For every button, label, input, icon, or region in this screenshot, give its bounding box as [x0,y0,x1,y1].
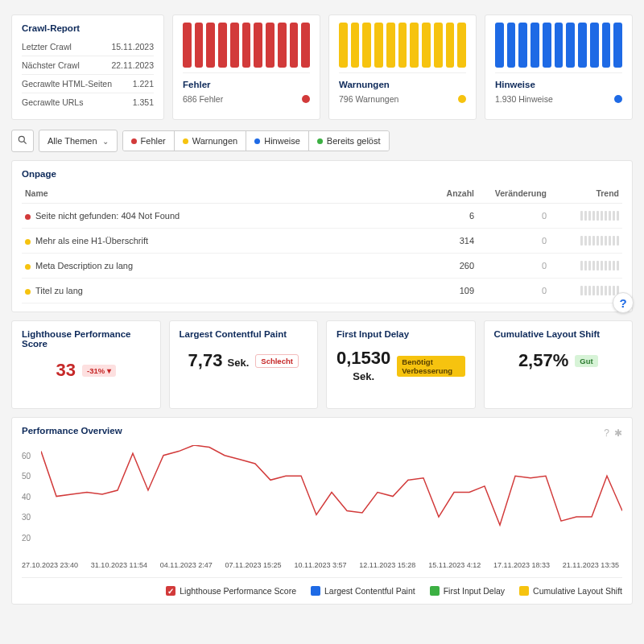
row-dot-icon [25,214,31,220]
col-trend[interactable]: Trend [550,184,622,204]
severity-tab-label: Warnungen [192,136,237,146]
y-tick-label: 40 [22,492,31,501]
chart-legend: ✓ Lighthouse Performance Score Largest C… [22,577,622,596]
crawl-row: Nächster Crawl 22.11.2023 [22,56,154,74]
sparkline-icon [580,234,619,246]
topic-dropdown-label: Alle Themen [47,136,97,146]
severity-tab-label: Fehler [141,136,166,146]
x-tick-label: 04.11.2023 2:47 [160,561,213,569]
status-card-warnings[interactable]: Warnungen 796 Warnungen [328,14,477,120]
severity-tabs: Fehler Warnungen Hinweise Bereits gelöst [122,130,390,151]
status-bar [518,23,527,68]
metric-value: 0,1530 [336,348,390,368]
status-bar [398,23,407,68]
row-name: Mehr als eine H1-Überschrift [35,236,148,246]
crawl-row-label: Gecrawlte HTML-Seiten [22,79,112,89]
crawl-row: Letzter Crawl 15.11.2023 [22,38,154,56]
legend-label: Largest Contentful Paint [324,586,415,596]
status-bar [195,23,204,68]
severity-tab[interactable]: Bereits gelöst [309,131,389,151]
legend-label: Cumulative Layout Shift [533,586,622,596]
status-bar [301,23,310,68]
legend-item[interactable]: First Input Delay [430,586,505,596]
status-card-hints[interactable]: Hinweise 1.930 Hinweise [485,14,633,120]
y-tick-label: 60 [22,451,31,460]
row-trend [550,254,622,279]
row-count: 260 [421,254,477,279]
status-bar [278,23,287,68]
crawl-row: Gecrawlte HTML-Seiten 1.221 [22,74,154,93]
x-tick-label: 17.11.2023 18:33 [493,561,550,569]
metric-value: 7,73 [188,350,223,370]
search-button[interactable] [11,130,34,152]
metric-title: First Input Delay [336,329,465,339]
status-bar [590,23,599,68]
x-tick-label: 31.10.2023 11:54 [91,561,147,569]
status-subtitle: 686 Fehler [183,94,223,104]
gear-icon[interactable]: ✱ [614,427,622,439]
metric-title: Lighthouse Performance Score [22,329,151,349]
x-tick-label: 27.10.2023 23:40 [22,561,78,569]
status-card-errors[interactable]: Fehler 686 Fehler [172,14,320,120]
severity-tab[interactable]: Hinweise [246,131,309,151]
row-count: 6 [421,204,477,229]
help-icon[interactable]: ? [604,427,609,439]
severity-tab[interactable]: Fehler [123,131,175,151]
crawl-row-label: Letzter Crawl [22,42,72,52]
metric-unit: Sek. [228,357,250,369]
status-bar [530,23,539,68]
status-bar [218,23,227,68]
x-axis-labels: 27.10.2023 23:4031.10.2023 11:5404.11.20… [22,561,622,569]
svg-point-0 [19,136,24,142]
status-bar [495,23,504,68]
metric-lighthouse[interactable]: Lighthouse Performance Score 33 -31% ▾ [11,320,161,409]
crawl-row-value: 15.11.2023 [111,42,154,52]
legend-item[interactable]: Largest Contentful Paint [311,586,415,596]
topic-dropdown[interactable]: Alle Themen ⌄ [39,130,118,152]
metric-badge: Schlecht [255,354,299,368]
row-name: Meta Description zu lang [35,261,133,270]
status-bar [206,23,215,68]
metric-badge: Benötigt Verbesserung [397,356,464,377]
status-bar [507,23,516,68]
table-row[interactable]: Seite nicht gefunden: 404 Not Found 6 0 [22,204,622,229]
legend-swatch-icon [519,586,529,596]
status-dot-icon [614,95,622,103]
status-bar [230,23,239,68]
metric-lcp[interactable]: Largest Contentful Paint 7,73 Sek. Schle… [169,320,319,409]
col-name[interactable]: Name [22,184,421,204]
legend-item[interactable]: ✓ Lighthouse Performance Score [166,586,296,596]
status-bar [183,23,192,68]
row-dot-icon [25,264,31,270]
status-bar [290,23,299,68]
row-dot-icon [25,289,31,295]
performance-chart[interactable]: 2030405060 [22,445,622,558]
severity-tab[interactable]: Warnungen [175,131,246,151]
status-bar [434,23,443,68]
sparkline-icon [580,284,619,295]
x-tick-label: 10.11.2023 3:57 [294,561,346,569]
performance-overview-card: Performance Overview ? ✱ 2030405060 27.1… [11,417,633,605]
metric-unit: Sek. [353,370,374,382]
status-title: Warnungen [339,80,466,89]
x-tick-label: 15.11.2023 4:12 [428,561,481,569]
metric-cls[interactable]: Cumulative Layout Shift 2,57% Gut [484,320,634,409]
x-tick-label: 12.11.2023 15:28 [359,561,415,569]
table-row[interactable]: Meta Description zu lang 260 0 [22,254,622,279]
col-count[interactable]: Anzahl [421,184,477,204]
status-bar [555,23,564,68]
legend-item[interactable]: Cumulative Layout Shift [519,586,622,596]
metric-badge: -31% ▾ [82,365,116,377]
status-bar [578,23,587,68]
metric-fid[interactable]: First Input Delay 0,1530Sek. Benötigt Ve… [326,320,476,409]
status-subtitle: 796 Warnungen [339,94,398,104]
table-row[interactable]: Titel zu lang 109 0 [22,279,622,303]
crawl-row-value: 1.221 [133,79,154,89]
legend-label: First Input Delay [444,586,505,596]
help-button[interactable]: ? [613,292,634,313]
x-tick-label: 07.11.2023 15:25 [225,561,282,569]
col-change[interactable]: Veränderung [477,184,550,204]
status-bar [457,23,466,68]
table-row[interactable]: Mehr als eine H1-Überschrift 314 0 [22,229,622,254]
crawl-row-label: Gecrawlte URLs [22,97,83,107]
